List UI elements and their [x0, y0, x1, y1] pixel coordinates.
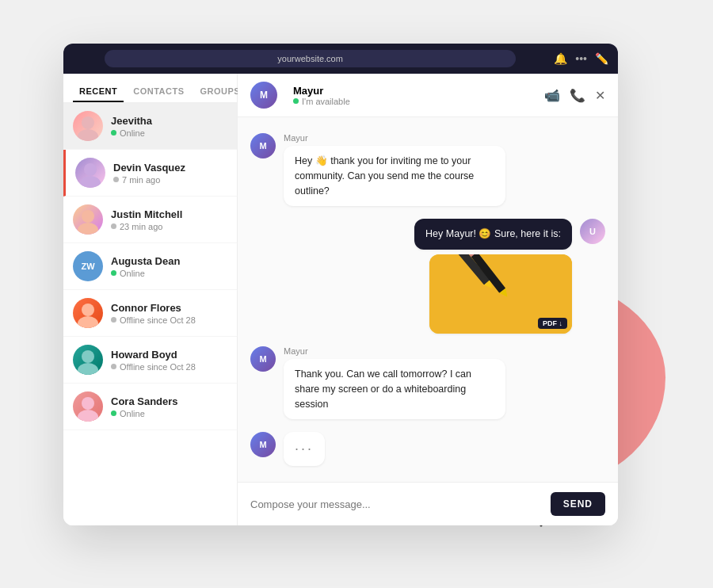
msg-avatar-mayur-2: M: [250, 346, 276, 372]
bell-icon[interactable]: 🔔: [554, 52, 567, 65]
compose-input[interactable]: [250, 498, 543, 510]
msg-bubble-3: Thank you. Can we call tomorrow? I can s…: [284, 359, 505, 419]
svg-point-13: [78, 223, 98, 235]
contact-info-augusta: Augusta Dean Online: [111, 255, 180, 278]
messages-container: M Mayur Hey 👋 thank you for inviting me …: [238, 117, 618, 482]
contact-name-augusta: Augusta Dean: [111, 255, 180, 267]
message-group-1: M Mayur Hey 👋 thank you for inviting me …: [250, 133, 605, 206]
address-text: yourwebsite.com: [277, 54, 343, 63]
chat-header-avatar: M: [250, 82, 277, 109]
typing-bubble: ···: [284, 432, 325, 466]
svg-point-18: [82, 397, 94, 410]
chat-header-status: I'm available: [293, 97, 350, 106]
contact-info-jeevitha: Jeevitha Online: [111, 115, 152, 138]
contact-name-howard: Howard Boyd: [111, 349, 196, 361]
avatar-augusta: ZW: [73, 251, 103, 281]
contact-status-jeevitha: Online: [111, 128, 152, 138]
browser-bar-icons: 🔔 ••• ✏️: [554, 52, 608, 65]
contact-status-connor: Offline since Oct 28: [111, 315, 196, 325]
main-layout: RECENT CONTACTS GROUPS Jeevitha: [63, 74, 618, 525]
msg-avatar-mayur: M: [250, 133, 276, 158]
sidebar-tabs: RECENT CONTACTS GROUPS: [63, 74, 237, 103]
msg-avatar-mayur-3: M: [250, 432, 276, 457]
chat-area: M Mayur I'm available 📹 📞 ✕: [238, 74, 618, 525]
chat-header-name: Mayur: [293, 85, 350, 97]
contact-status-augusta: Online: [111, 269, 180, 278]
msg-image: PDF ↓: [429, 254, 572, 334]
message-group-3: M Mayur Thank you. Can we call tomorrow?…: [250, 346, 605, 419]
msg-avatar-me: U: [580, 219, 605, 244]
contact-item-cora[interactable]: Cora Sanders Online: [63, 384, 237, 430]
message-group-2: U Hey Mayur! 😊 Sure, here it is:: [250, 219, 605, 334]
browser-bar: yourwebsite.com 🔔 ••• ✏️: [63, 44, 618, 74]
msg-content-typing: ···: [284, 432, 325, 466]
address-bar[interactable]: yourwebsite.com: [105, 50, 516, 67]
msg-content-2: Hey Mayur! 😊 Sure, here it is:: [414, 219, 572, 334]
avatar-justin: [73, 204, 103, 235]
chat-header: M Mayur I'm available 📹 📞 ✕: [238, 74, 618, 117]
msg-bubble-2: Hey Mayur! 😊 Sure, here it is:: [414, 219, 572, 250]
status-dot-devin: [113, 177, 119, 182]
svg-point-8: [82, 116, 94, 129]
svg-point-9: [78, 129, 98, 141]
contact-info-cora: Cora Sanders Online: [111, 395, 178, 418]
svg-point-14: [82, 304, 94, 316]
close-icon[interactable]: ✕: [595, 88, 605, 103]
call-icon[interactable]: 📞: [570, 88, 585, 103]
compose-bar: SEND: [238, 482, 618, 525]
msg-content-3: Mayur Thank you. Can we call tomorrow? I…: [284, 346, 505, 419]
svg-point-17: [78, 363, 98, 375]
contact-item-devin[interactable]: Devin Vasquez 7 min ago: [63, 150, 237, 197]
contact-name-connor: Connor Flores: [111, 302, 196, 314]
video-icon[interactable]: 📹: [544, 88, 560, 103]
status-dot-augusta: [111, 270, 116, 276]
contact-name-devin: Devin Vasquez: [113, 162, 185, 174]
svg-point-12: [82, 210, 94, 223]
avatar-howard: [73, 345, 103, 375]
svg-point-19: [78, 410, 98, 422]
msg-bubble-1: Hey 👋 thank you for inviting me to your …: [284, 146, 505, 206]
contact-name-jeevitha: Jeevitha: [111, 115, 152, 127]
contact-item-jeevitha[interactable]: Jeevitha Online: [63, 103, 237, 150]
available-dot: [293, 98, 299, 104]
contact-item-augusta[interactable]: ZW Augusta Dean Online: [63, 243, 237, 290]
contact-info-justin: Justin Mitchell 23 min ago: [111, 208, 182, 231]
app-container: RECENT CONTACTS GROUPS Jeevitha: [63, 74, 618, 525]
contact-status-justin: 23 min ago: [111, 222, 182, 231]
send-button[interactable]: SEND: [551, 492, 605, 516]
status-dot-cora: [111, 410, 116, 416]
browser-window: yourwebsite.com 🔔 ••• ✏️ RECENT CONTACTS…: [63, 44, 618, 525]
tab-recent[interactable]: RECENT: [73, 82, 124, 102]
contact-info-howard: Howard Boyd Offline since Oct 28: [111, 349, 196, 372]
contact-name-cora: Cora Sanders: [111, 395, 178, 407]
chat-header-info: Mayur I'm available: [293, 85, 350, 106]
contact-item-connor[interactable]: Connor Flores Offline since Oct 28: [63, 290, 237, 337]
contact-status-cora: Online: [111, 409, 178, 418]
msg-sender-3: Mayur: [284, 346, 505, 356]
contact-status-howard: Offline since Oct 28: [111, 362, 196, 372]
status-dot-justin: [111, 223, 116, 229]
svg-point-10: [84, 163, 97, 176]
avatar-cora: [73, 391, 103, 422]
contact-info-connor: Connor Flores Offline since Oct 28: [111, 302, 196, 325]
svg-point-16: [82, 350, 94, 363]
chat-header-actions: 📹 📞 ✕: [544, 88, 605, 103]
tab-contacts[interactable]: CONTACTS: [127, 82, 190, 102]
status-dot-connor: [111, 317, 116, 323]
status-dot-jeevitha: [111, 130, 116, 136]
status-dot-howard: [111, 364, 116, 369]
contact-item-howard[interactable]: Howard Boyd Offline since Oct 28: [63, 337, 237, 384]
sidebar: RECENT CONTACTS GROUPS Jeevitha: [63, 74, 238, 525]
contact-info-devin: Devin Vasquez 7 min ago: [113, 162, 185, 185]
avatar-devin: [75, 158, 105, 188]
svg-point-15: [78, 316, 98, 328]
contact-status-devin: 7 min ago: [113, 175, 185, 185]
more-icon[interactable]: •••: [575, 52, 587, 65]
contact-item-justin[interactable]: Justin Mitchell 23 min ago: [63, 197, 237, 243]
msg-content-1: Mayur Hey 👋 thank you for inviting me to…: [284, 133, 505, 206]
message-group-typing: M ···: [250, 432, 605, 466]
msg-image-card: PDF ↓: [429, 254, 572, 334]
edit-icon[interactable]: ✏️: [595, 52, 608, 65]
svg-point-11: [80, 176, 101, 188]
contact-list: Jeevitha Online Devin: [63, 103, 237, 525]
